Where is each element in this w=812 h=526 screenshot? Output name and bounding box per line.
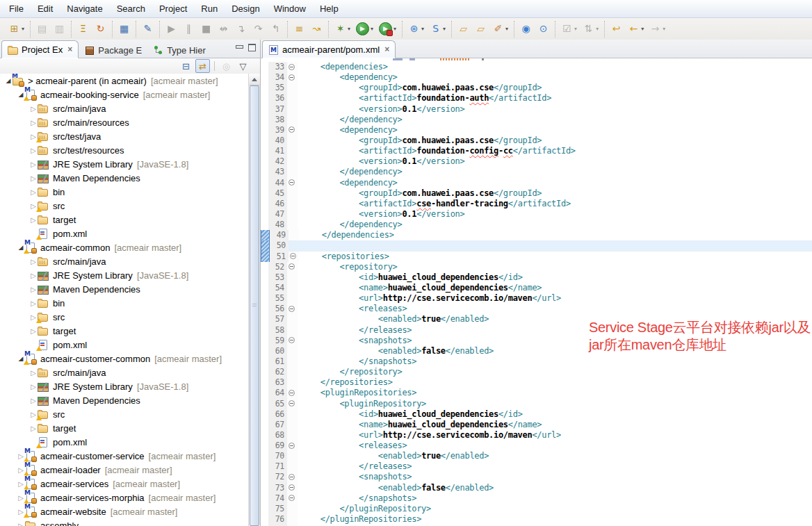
expand-arrow-icon[interactable]: ▷ bbox=[29, 299, 38, 307]
fold-collapse-icon[interactable] bbox=[287, 125, 298, 135]
close-tab-icon[interactable]: × bbox=[67, 44, 72, 54]
view-tab-project-ex[interactable]: Project Ex× bbox=[1, 40, 79, 58]
scroll-up-button[interactable] bbox=[249, 74, 260, 85]
annotation-ruler[interactable] bbox=[261, 167, 268, 177]
external-tools-button[interactable]: ▶▾ bbox=[376, 20, 399, 38]
annotation-ruler[interactable] bbox=[261, 514, 268, 525]
annotation-ruler[interactable] bbox=[261, 72, 268, 83]
open-console-button[interactable]: ▦ bbox=[115, 21, 133, 37]
tree-item-jre-system-library[interactable]: ▷JRE System Library[JavaSE-1.8] bbox=[0, 157, 249, 171]
expand-arrow-icon[interactable]: ▷ bbox=[29, 369, 38, 377]
dropdown-arrow-icon[interactable]: ▾ bbox=[348, 26, 350, 32]
annotation-ruler[interactable] bbox=[261, 483, 268, 493]
expand-arrow-icon[interactable]: ▷ bbox=[29, 425, 38, 432]
annotation-ruler[interactable] bbox=[261, 146, 268, 156]
expand-arrow-icon[interactable]: ▷ bbox=[29, 327, 38, 335]
search-button[interactable]: ⊙ bbox=[535, 21, 552, 37]
scrollbar-thumb[interactable] bbox=[250, 85, 259, 526]
focus-on-task-button[interactable]: ◎ bbox=[219, 59, 234, 73]
annotation-ruler[interactable] bbox=[261, 135, 268, 146]
fold-collapse-icon[interactable] bbox=[287, 72, 298, 83]
open-resource-button[interactable]: ▱ bbox=[455, 21, 472, 37]
annotation-ruler[interactable] bbox=[261, 220, 268, 230]
annotation-ruler[interactable] bbox=[261, 451, 268, 461]
tree-item-pom-xml[interactable]: pom.xml bbox=[0, 227, 249, 240]
fold-collapse-icon[interactable] bbox=[287, 304, 298, 314]
new-server-button[interactable]: S▾ bbox=[427, 21, 448, 37]
xml-source-editor[interactable]: 33 <dependencies>34 <dependency>35 <grou… bbox=[261, 58, 812, 526]
expand-arrow-icon[interactable]: ▷ bbox=[29, 286, 38, 293]
annotation-ruler[interactable] bbox=[261, 188, 268, 199]
step-return-button[interactable]: ↰ bbox=[267, 21, 284, 37]
tree-scrollbar[interactable] bbox=[248, 74, 260, 526]
annotation-ruler[interactable] bbox=[261, 156, 268, 167]
mark-occurrences-button[interactable]: ✎ bbox=[139, 21, 156, 37]
open-project-button[interactable]: ▱ bbox=[472, 21, 489, 37]
annotation-ruler[interactable] bbox=[261, 272, 268, 283]
view-tab-type-hier[interactable]: Type Hier bbox=[147, 42, 211, 58]
synchronize-button[interactable]: ⇅▾ bbox=[580, 21, 601, 37]
disconnect-button[interactable]: ↮ bbox=[215, 21, 232, 37]
tree-item-acmeair-customer-common[interactable]: ◢Macmeair-customer-common[acmeair master… bbox=[0, 352, 249, 365]
tree-item-src[interactable]: ▷src bbox=[0, 199, 249, 213]
dropdown-arrow-icon[interactable]: ▾ bbox=[641, 26, 644, 32]
change-marker-icon[interactable] bbox=[261, 230, 270, 240]
close-editor-tab-icon[interactable]: × bbox=[384, 44, 389, 54]
expand-arrow-icon[interactable]: ▷ bbox=[29, 397, 38, 404]
fold-collapse-icon[interactable] bbox=[287, 62, 298, 72]
tree-item-pom-xml[interactable]: pom.xml bbox=[0, 338, 249, 352]
run-button[interactable]: ▶▾ bbox=[353, 20, 376, 38]
dropdown-arrow-icon[interactable]: ▾ bbox=[574, 26, 577, 32]
expand-arrow-icon[interactable]: ▷ bbox=[29, 258, 38, 265]
expand-arrow-icon[interactable]: ▷ bbox=[29, 216, 38, 224]
annotation-ruler[interactable] bbox=[261, 504, 268, 514]
tree-item-target[interactable]: ▷target bbox=[0, 324, 249, 338]
menu-window[interactable]: Window bbox=[268, 1, 312, 16]
open-launch-config-button[interactable]: ↝ bbox=[308, 21, 325, 37]
menu-design[interactable]: Design bbox=[225, 1, 266, 16]
change-marker-icon[interactable] bbox=[261, 252, 270, 262]
annotation-ruler[interactable] bbox=[261, 430, 268, 441]
suspend-button[interactable]: ∥ bbox=[180, 21, 197, 37]
annotation-ruler[interactable] bbox=[261, 125, 268, 135]
tree-item-acmeair-booking-service[interactable]: ◢Macmeair-booking-service[acmeair master… bbox=[0, 88, 249, 101]
menu-search[interactable]: Search bbox=[111, 1, 152, 16]
fold-collapse-icon[interactable] bbox=[287, 336, 298, 346]
view-menu-button[interactable]: ▽ bbox=[236, 59, 250, 73]
annotation-ruler[interactable] bbox=[261, 283, 268, 293]
step-over-button[interactable]: ↷ bbox=[250, 21, 267, 37]
annotation-ruler[interactable] bbox=[261, 209, 268, 220]
fold-collapse-icon[interactable] bbox=[287, 262, 298, 272]
tree-item-src-main-java[interactable]: ▷src/main/java bbox=[0, 254, 249, 268]
annotation-ruler[interactable] bbox=[261, 461, 268, 472]
tree-item-src-main-java[interactable]: ▷src/main/java bbox=[0, 101, 249, 115]
tree-item-bin[interactable]: ▷bin bbox=[0, 296, 249, 310]
tree-item-maven-dependencies[interactable]: ▷Maven Dependencies bbox=[0, 393, 249, 407]
menu-edit[interactable]: Edit bbox=[31, 1, 59, 16]
fold-collapse-icon[interactable] bbox=[287, 441, 298, 451]
validate-button[interactable]: ☑▾ bbox=[558, 21, 580, 37]
annotation-ruler[interactable] bbox=[261, 367, 268, 377]
tree-item-acmeair-website[interactable]: ▷Macmeair-website[acmeair master] bbox=[0, 504, 249, 518]
tree-item-acmeair-common[interactable]: ◢Macmeair-common[acmeair master] bbox=[0, 240, 249, 254]
forward-button[interactable]: →▾ bbox=[647, 21, 668, 37]
editor-tab-pom-xml[interactable]: M acmeair-parent/pom.xml × bbox=[262, 40, 396, 58]
menu-help[interactable]: Help bbox=[314, 1, 345, 16]
annotation-ruler[interactable] bbox=[261, 377, 268, 388]
annotation-ruler[interactable] bbox=[261, 388, 268, 398]
menu-run[interactable]: Run bbox=[195, 1, 224, 16]
annotation-ruler[interactable] bbox=[261, 420, 268, 430]
tree-item-maven-dependencies[interactable]: ▷Maven Dependencies bbox=[0, 282, 249, 296]
refresh-button[interactable]: ↻ bbox=[92, 21, 109, 37]
tree-item-assembly[interactable]: ▷assembly bbox=[0, 518, 249, 526]
new-dynamic-web-button[interactable]: ⊛▾ bbox=[405, 21, 427, 37]
tree-item-acmeair-services-morphia[interactable]: ▷Macmeair-services-morphia[acmeair maste… bbox=[0, 491, 249, 504]
open-task-button[interactable]: Ξ bbox=[74, 21, 92, 37]
tree-item-acmeair-customer-service[interactable]: ▷Macmeair-customer-service[acmeair maste… bbox=[0, 449, 249, 463]
annotation-ruler[interactable] bbox=[261, 262, 268, 272]
annotation-ruler[interactable] bbox=[261, 304, 268, 314]
annotation-ruler[interactable] bbox=[261, 399, 268, 409]
dropdown-arrow-icon[interactable]: ▾ bbox=[393, 26, 396, 32]
annotation-ruler[interactable] bbox=[261, 314, 268, 324]
save-all-button[interactable]: ▥ bbox=[51, 21, 68, 37]
